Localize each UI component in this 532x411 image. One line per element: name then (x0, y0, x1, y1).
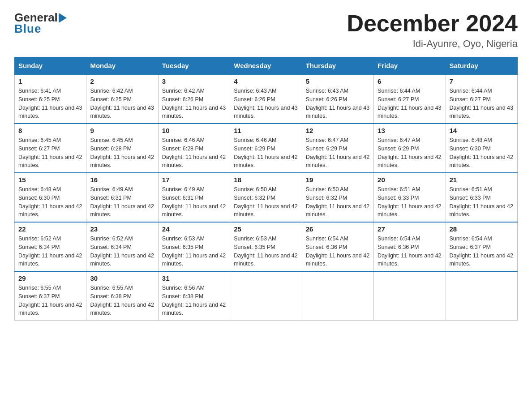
calendar-cell: 6 Sunrise: 6:44 AMSunset: 6:27 PMDayligh… (374, 74, 446, 124)
day-info: Sunrise: 6:48 AMSunset: 6:30 PMDaylight:… (18, 185, 82, 219)
calendar-cell: 28 Sunrise: 6:54 AMSunset: 6:37 PMDaylig… (446, 222, 517, 271)
day-number: 26 (306, 225, 370, 233)
day-number: 18 (234, 176, 298, 184)
day-number: 6 (378, 77, 442, 85)
calendar-week-row: 22 Sunrise: 6:52 AMSunset: 6:34 PMDaylig… (15, 222, 518, 271)
calendar-cell (302, 271, 373, 321)
day-number: 3 (162, 77, 226, 85)
calendar-cell: 25 Sunrise: 6:53 AMSunset: 6:35 PMDaylig… (230, 222, 302, 271)
calendar-cell: 17 Sunrise: 6:49 AMSunset: 6:31 PMDaylig… (158, 173, 230, 222)
calendar-cell: 16 Sunrise: 6:49 AMSunset: 6:31 PMDaylig… (86, 173, 158, 222)
day-info: Sunrise: 6:44 AMSunset: 6:27 PMDaylight:… (450, 87, 514, 120)
day-number: 13 (378, 127, 442, 134)
calendar-cell: 13 Sunrise: 6:47 AMSunset: 6:29 PMDaylig… (374, 124, 446, 173)
calendar-cell: 23 Sunrise: 6:52 AMSunset: 6:34 PMDaylig… (86, 222, 158, 271)
col-monday: Monday (86, 57, 158, 75)
day-info: Sunrise: 6:50 AMSunset: 6:32 PMDaylight:… (234, 185, 298, 219)
calendar-cell: 1 Sunrise: 6:41 AMSunset: 6:25 PMDayligh… (15, 74, 86, 124)
day-info: Sunrise: 6:52 AMSunset: 6:34 PMDaylight:… (90, 235, 154, 268)
calendar-week-row: 15 Sunrise: 6:48 AMSunset: 6:30 PMDaylig… (15, 173, 518, 222)
calendar-header-row: Sunday Monday Tuesday Wednesday Thursday… (15, 57, 518, 75)
calendar-cell: 2 Sunrise: 6:42 AMSunset: 6:25 PMDayligh… (86, 74, 158, 124)
calendar-cell: 11 Sunrise: 6:46 AMSunset: 6:29 PMDaylig… (230, 124, 302, 173)
day-info: Sunrise: 6:45 AMSunset: 6:28 PMDaylight:… (90, 136, 154, 170)
col-tuesday: Tuesday (158, 57, 230, 75)
calendar-cell: 5 Sunrise: 6:43 AMSunset: 6:26 PMDayligh… (302, 74, 373, 124)
day-info: Sunrise: 6:48 AMSunset: 6:30 PMDaylight:… (450, 136, 514, 170)
day-info: Sunrise: 6:55 AMSunset: 6:37 PMDaylight:… (18, 284, 82, 317)
calendar-cell: 21 Sunrise: 6:51 AMSunset: 6:33 PMDaylig… (446, 173, 517, 222)
col-saturday: Saturday (446, 57, 517, 75)
calendar-cell: 10 Sunrise: 6:46 AMSunset: 6:28 PMDaylig… (158, 124, 230, 173)
day-number: 27 (378, 225, 442, 233)
day-info: Sunrise: 6:45 AMSunset: 6:27 PMDaylight:… (18, 136, 82, 170)
day-number: 19 (306, 176, 370, 184)
calendar-cell: 27 Sunrise: 6:54 AMSunset: 6:36 PMDaylig… (374, 222, 446, 271)
calendar-cell: 7 Sunrise: 6:44 AMSunset: 6:27 PMDayligh… (446, 74, 517, 124)
calendar-cell (230, 271, 302, 321)
day-info: Sunrise: 6:51 AMSunset: 6:33 PMDaylight:… (378, 185, 442, 219)
calendar-week-row: 8 Sunrise: 6:45 AMSunset: 6:27 PMDayligh… (15, 124, 518, 173)
calendar-cell: 19 Sunrise: 6:50 AMSunset: 6:32 PMDaylig… (302, 173, 373, 222)
day-number: 31 (162, 274, 226, 282)
day-info: Sunrise: 6:54 AMSunset: 6:36 PMDaylight:… (306, 235, 370, 268)
day-info: Sunrise: 6:54 AMSunset: 6:37 PMDaylight:… (450, 235, 514, 268)
calendar-cell: 14 Sunrise: 6:48 AMSunset: 6:30 PMDaylig… (446, 124, 517, 173)
day-info: Sunrise: 6:55 AMSunset: 6:38 PMDaylight:… (90, 284, 154, 317)
day-number: 25 (234, 225, 298, 233)
calendar-cell: 8 Sunrise: 6:45 AMSunset: 6:27 PMDayligh… (15, 124, 86, 173)
calendar-cell: 31 Sunrise: 6:56 AMSunset: 6:38 PMDaylig… (158, 271, 230, 321)
calendar-table: Sunday Monday Tuesday Wednesday Thursday… (14, 57, 518, 321)
day-info: Sunrise: 6:44 AMSunset: 6:27 PMDaylight:… (378, 87, 442, 120)
day-info: Sunrise: 6:53 AMSunset: 6:35 PMDaylight:… (234, 235, 298, 268)
day-info: Sunrise: 6:43 AMSunset: 6:26 PMDaylight:… (234, 87, 298, 120)
calendar-cell: 9 Sunrise: 6:45 AMSunset: 6:28 PMDayligh… (86, 124, 158, 173)
day-info: Sunrise: 6:42 AMSunset: 6:26 PMDaylight:… (162, 87, 226, 120)
calendar-week-row: 29 Sunrise: 6:55 AMSunset: 6:37 PMDaylig… (15, 271, 518, 321)
col-wednesday: Wednesday (230, 57, 302, 75)
day-info: Sunrise: 6:47 AMSunset: 6:29 PMDaylight:… (378, 136, 442, 170)
day-number: 28 (450, 225, 514, 233)
calendar-cell: 20 Sunrise: 6:51 AMSunset: 6:33 PMDaylig… (374, 173, 446, 222)
day-number: 16 (90, 176, 154, 184)
day-number: 24 (162, 225, 226, 233)
day-number: 2 (90, 77, 154, 85)
calendar-cell: 26 Sunrise: 6:54 AMSunset: 6:36 PMDaylig… (302, 222, 373, 271)
day-number: 4 (234, 77, 298, 85)
logo-triangle-icon (59, 13, 67, 23)
page-header: General Blue December 2024 Idi-Ayunre, O… (14, 11, 518, 50)
day-info: Sunrise: 6:42 AMSunset: 6:25 PMDaylight:… (90, 87, 154, 120)
day-info: Sunrise: 6:49 AMSunset: 6:31 PMDaylight:… (162, 185, 226, 219)
day-info: Sunrise: 6:50 AMSunset: 6:32 PMDaylight:… (306, 185, 370, 219)
day-info: Sunrise: 6:46 AMSunset: 6:28 PMDaylight:… (162, 136, 226, 170)
day-number: 5 (306, 77, 370, 85)
day-number: 7 (450, 77, 514, 85)
calendar-cell: 18 Sunrise: 6:50 AMSunset: 6:32 PMDaylig… (230, 173, 302, 222)
day-info: Sunrise: 6:43 AMSunset: 6:26 PMDaylight:… (306, 87, 370, 120)
title-block: December 2024 Idi-Ayunre, Oyo, Nigeria (347, 11, 518, 50)
calendar-cell: 12 Sunrise: 6:47 AMSunset: 6:29 PMDaylig… (302, 124, 373, 173)
day-number: 21 (450, 176, 514, 184)
day-number: 12 (306, 127, 370, 134)
calendar-cell: 15 Sunrise: 6:48 AMSunset: 6:30 PMDaylig… (15, 173, 86, 222)
col-thursday: Thursday (302, 57, 373, 75)
logo-blue-text: Blue (14, 22, 41, 36)
day-number: 9 (90, 127, 154, 134)
calendar-cell (446, 271, 517, 321)
logo-arrow-icon (59, 13, 67, 23)
day-number: 8 (18, 127, 82, 134)
calendar-cell: 30 Sunrise: 6:55 AMSunset: 6:38 PMDaylig… (86, 271, 158, 321)
day-info: Sunrise: 6:41 AMSunset: 6:25 PMDaylight:… (18, 87, 82, 120)
day-number: 23 (90, 225, 154, 233)
day-number: 20 (378, 176, 442, 184)
day-info: Sunrise: 6:46 AMSunset: 6:29 PMDaylight:… (234, 136, 298, 170)
calendar-cell: 3 Sunrise: 6:42 AMSunset: 6:26 PMDayligh… (158, 74, 230, 124)
col-friday: Friday (374, 57, 446, 75)
day-info: Sunrise: 6:47 AMSunset: 6:29 PMDaylight:… (306, 136, 370, 170)
calendar-cell: 22 Sunrise: 6:52 AMSunset: 6:34 PMDaylig… (15, 222, 86, 271)
logo: General Blue (14, 11, 67, 36)
day-number: 11 (234, 127, 298, 134)
day-info: Sunrise: 6:53 AMSunset: 6:35 PMDaylight:… (162, 235, 226, 268)
month-title: December 2024 (347, 11, 518, 36)
day-number: 1 (18, 77, 82, 85)
